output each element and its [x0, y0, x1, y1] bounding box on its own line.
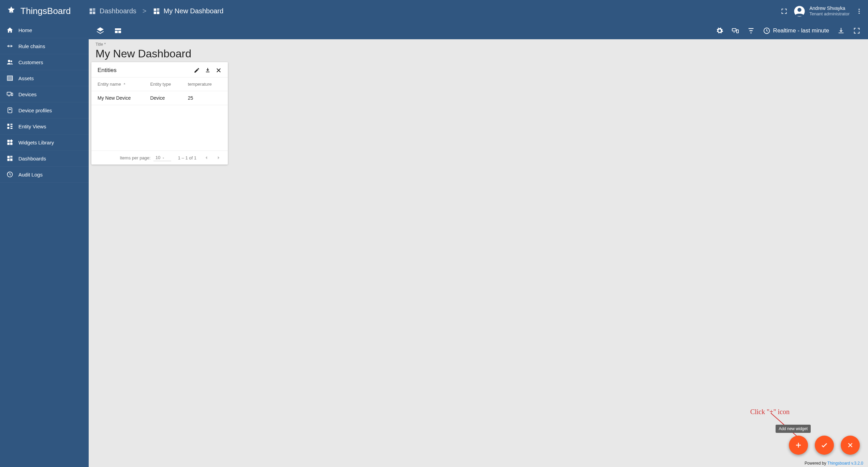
user-block[interactable]: Andrew Shvayka Tenant administrator: [794, 5, 850, 17]
settings-icon[interactable]: [716, 27, 723, 34]
svg-rect-45: [736, 30, 738, 33]
add-widget-button[interactable]: [789, 436, 808, 455]
col-entity-type[interactable]: Entity type: [150, 82, 188, 87]
sidebar-item-rule-chains[interactable]: Rule chains: [0, 38, 89, 54]
svg-rect-41: [115, 28, 121, 30]
svg-rect-33: [8, 143, 10, 145]
fullscreen-icon[interactable]: [781, 8, 788, 15]
page-size-select[interactable]: 10: [153, 154, 171, 161]
tooltip-add-widget: Add new widget: [776, 425, 811, 433]
svg-rect-39: [10, 159, 13, 161]
footer-link[interactable]: Thingsboard v.3.2.0: [827, 461, 863, 466]
svg-rect-5: [93, 11, 95, 14]
profile-icon: [6, 107, 14, 114]
apply-button[interactable]: [815, 436, 834, 455]
sidebar-item-label: Dashboards: [18, 156, 46, 161]
sidebar-item-home[interactable]: Home: [0, 22, 89, 38]
annotation-text: Click "+" icon: [750, 408, 790, 416]
fullscreen-icon[interactable]: [853, 27, 860, 34]
sidebar-item-widgets-library[interactable]: Widgets Library: [0, 135, 89, 151]
dashboard-toolbar: Realtime - last minute: [89, 22, 868, 39]
svg-rect-34: [10, 143, 13, 145]
home-icon: [6, 26, 14, 34]
download-icon[interactable]: [205, 67, 211, 73]
next-page-icon[interactable]: [216, 155, 222, 161]
sidebar-item-label: Audit Logs: [18, 172, 43, 178]
sidebar-item-label: Home: [18, 27, 32, 33]
table-header: Entity name Entity type temperature: [91, 77, 228, 91]
dashboards-icon: [6, 155, 14, 162]
svg-rect-30: [11, 128, 13, 129]
cancel-button[interactable]: [841, 436, 860, 455]
footer-prefix: Powered by: [805, 461, 827, 466]
table-row[interactable]: My New Device Device 25: [91, 91, 228, 105]
sidebar-item-customers[interactable]: Customers: [0, 54, 89, 70]
sidebar-item-dashboards[interactable]: Dashboards: [0, 151, 89, 167]
timewindow-label: Realtime - last minute: [773, 27, 829, 34]
widget-title: Entities: [98, 67, 117, 74]
layout-icon[interactable]: [114, 27, 122, 35]
svg-rect-29: [8, 127, 10, 129]
svg-rect-32: [10, 139, 13, 142]
svg-rect-27: [11, 124, 13, 125]
breadcrumb-current-label: My New Dashboard: [164, 7, 224, 15]
title-value[interactable]: My New Dashboard: [95, 47, 861, 60]
title-label: Title *: [95, 42, 861, 47]
svg-rect-24: [8, 108, 12, 113]
export-icon[interactable]: [837, 27, 845, 34]
svg-rect-38: [8, 159, 10, 161]
prev-page-icon[interactable]: [203, 155, 209, 161]
sidebar-item-audit-logs[interactable]: Audit Logs: [0, 167, 89, 183]
filter-icon[interactable]: [747, 27, 755, 34]
svg-rect-7: [157, 8, 159, 10]
sidebar-item-label: Widgets Library: [18, 140, 54, 145]
cell-type: Device: [150, 95, 188, 101]
sidebar-item-assets[interactable]: Assets: [0, 70, 89, 86]
breadcrumb-separator: >: [143, 7, 147, 15]
dashboard-canvas[interactable]: Entities Entity name Entity type tempera…: [89, 62, 868, 467]
svg-point-19: [11, 60, 12, 62]
clock-icon: [763, 27, 770, 34]
svg-point-15: [858, 13, 859, 14]
col-temperature[interactable]: temperature: [188, 82, 222, 87]
more-vert-icon[interactable]: [856, 8, 863, 15]
svg-rect-22: [11, 93, 13, 96]
breadcrumb-root-label: Dashboards: [100, 7, 136, 15]
svg-rect-4: [90, 11, 92, 14]
svg-rect-23: [8, 96, 10, 96]
sidebar-item-devices[interactable]: Devices: [0, 86, 89, 102]
svg-rect-43: [118, 31, 121, 33]
avatar-icon: [794, 5, 805, 17]
sidebar-item-label: Devices: [18, 91, 36, 97]
rule-icon: [6, 42, 14, 50]
sidebar-item-label: Device profiles: [18, 108, 52, 113]
close-icon[interactable]: [216, 67, 222, 73]
svg-point-12: [798, 8, 801, 12]
sidebar-item-label: Customers: [18, 59, 43, 65]
user-name: Andrew Shvayka: [809, 5, 850, 11]
svg-rect-36: [10, 156, 13, 157]
sidebar-item-label: Rule chains: [18, 43, 45, 49]
breadcrumb: Dashboards > My New Dashboard: [89, 7, 223, 15]
svg-rect-31: [8, 140, 10, 142]
svg-rect-42: [115, 31, 118, 33]
svg-rect-26: [8, 124, 10, 126]
app-logo[interactable]: ThingsBoard: [5, 5, 89, 17]
audit-icon: [6, 171, 14, 178]
svg-rect-9: [153, 11, 156, 14]
user-role: Tenant administrator: [809, 11, 850, 17]
main-content: Realtime - last minute Title * My New Da…: [89, 22, 868, 467]
sidebar-item-entity-views[interactable]: Entity Views: [0, 118, 89, 135]
sidebar-item-device-profiles[interactable]: Device profiles: [0, 102, 89, 118]
entities-widget[interactable]: Entities Entity name Entity type tempera…: [91, 62, 228, 165]
assets-icon: [6, 74, 14, 82]
entity-aliases-icon[interactable]: [732, 27, 739, 34]
breadcrumb-current[interactable]: My New Dashboard: [153, 7, 224, 15]
edit-icon[interactable]: [194, 67, 200, 73]
pager-label: Items per page:: [120, 155, 150, 160]
col-entity-name[interactable]: Entity name: [98, 82, 150, 87]
timewindow-button[interactable]: Realtime - last minute: [763, 27, 829, 34]
layers-icon[interactable]: [96, 27, 104, 35]
breadcrumb-root[interactable]: Dashboards: [89, 7, 136, 15]
svg-rect-25: [9, 109, 11, 110]
